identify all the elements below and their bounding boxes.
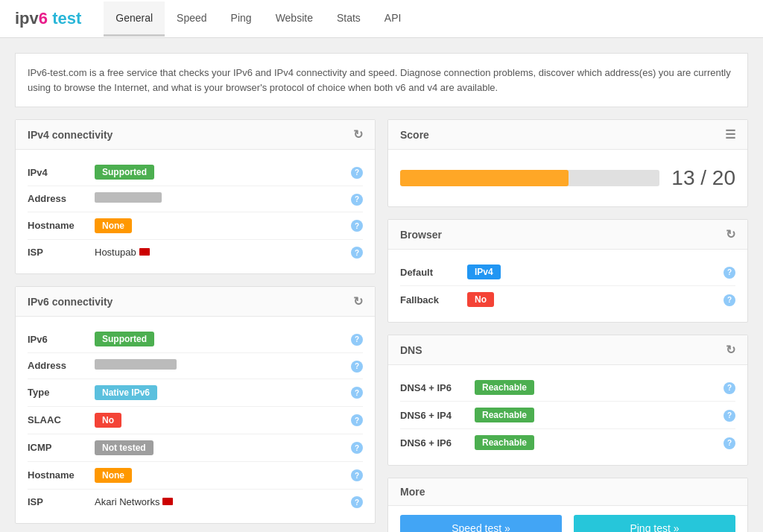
ipv6-refresh-icon[interactable]: ↻ <box>353 294 363 308</box>
ipv6-address-info-icon[interactable]: ? <box>351 361 363 373</box>
ipv4-hostname-info-icon[interactable]: ? <box>351 220 363 232</box>
browser-fallback-value: No <box>467 292 718 307</box>
dns6-ip4-badge: Reachable <box>475 408 534 422</box>
dns6-ip4-label: DNS6 + IP4 <box>400 410 475 421</box>
nav: General Speed Ping Website Stats API <box>104 1 413 37</box>
ipv4-address-info-icon[interactable]: ? <box>351 194 363 206</box>
nav-website[interactable]: Website <box>264 1 325 37</box>
ipv6-icmp-info-icon[interactable]: ? <box>351 442 363 454</box>
main-content: IPv6-test.com is a free service that che… <box>0 38 763 532</box>
score-card-body: 13 / 20 <box>388 150 747 206</box>
nav-stats[interactable]: Stats <box>325 1 373 37</box>
ipv4-hostname-value: None <box>95 218 345 233</box>
ipv6-type-label: Type <box>28 387 95 398</box>
dns4-ip6-row: DNS4 + IP6 Reachable ? <box>400 374 735 402</box>
ipv4-address-value <box>95 192 345 205</box>
ipv4-supported-badge: Supported <box>95 165 154 180</box>
ipv4-hostname-badge: None <box>95 218 132 233</box>
ipv4-card-header: IPv4 connectivity ↻ <box>16 120 375 150</box>
dns6-ip4-row: DNS6 + IP4 Reachable ? <box>400 402 735 429</box>
score-menu-icon[interactable]: ☰ <box>725 127 735 142</box>
ipv6-address-label: Address <box>28 360 95 371</box>
ipv6-card-body: IPv6 Supported ? Address ? Type <box>16 317 375 523</box>
dns4-ip6-label: DNS4 + IP6 <box>400 382 475 393</box>
ipv6-supported-badge: Supported <box>95 332 154 346</box>
ipv4-isp-value: Hostupab <box>95 247 345 258</box>
score-card: Score ☰ 13 / 20 <box>387 119 748 207</box>
browser-card: Browser ↻ Default IPv4 ? Fallback No <box>387 219 748 323</box>
ipv6-isp-info-icon[interactable]: ? <box>351 496 363 508</box>
logo: ipv6 test <box>15 0 81 37</box>
ipv6-type-info-icon[interactable]: ? <box>351 387 363 399</box>
score-value-text: 13 / 20 <box>671 166 735 190</box>
ipv6-slaac-info-icon[interactable]: ? <box>351 414 363 426</box>
ipv4-refresh-icon[interactable]: ↻ <box>353 127 363 142</box>
ipv6-isp-flag-icon <box>162 498 173 505</box>
ipv4-label: IPv4 <box>28 167 95 178</box>
speed-test-button[interactable]: Speed test » <box>400 515 562 532</box>
nav-api[interactable]: API <box>373 1 414 37</box>
dns6-ip6-info-icon[interactable]: ? <box>724 437 735 449</box>
ipv6-hostname-badge: None <box>95 468 132 483</box>
ipv6-address-value <box>95 359 345 372</box>
ipv6-row: IPv6 Supported ? <box>28 326 363 353</box>
ipv6-isp-row: ISP Akari Networks ? <box>28 490 363 515</box>
ipv6-slaac-badge: No <box>95 413 121 428</box>
ping-test-button[interactable]: Ping test » <box>574 515 735 532</box>
browser-default-info-icon[interactable]: ? <box>724 267 735 279</box>
right-column: Score ☰ 13 / 20 Browser ↻ <box>387 119 748 532</box>
ipv4-isp-row: ISP Hostupab ? <box>28 240 363 265</box>
dns4-ip6-info-icon[interactable]: ? <box>724 382 735 394</box>
ipv4-isp-flag-icon <box>139 248 150 256</box>
dns-card-header: DNS ↻ <box>388 335 747 365</box>
browser-default-badge: IPv4 <box>467 265 501 279</box>
ipv6-info-icon[interactable]: ? <box>351 334 363 346</box>
dns-card-body: DNS4 + IP6 Reachable ? DNS6 + IP4 Reacha… <box>388 365 747 465</box>
ipv6-hostname-info-icon[interactable]: ? <box>351 469 363 481</box>
ipv4-card: IPv4 connectivity ↻ IPv4 Supported ? Add… <box>15 119 376 274</box>
ipv4-isp-info-icon[interactable]: ? <box>351 247 363 259</box>
dns6-ip4-info-icon[interactable]: ? <box>724 410 735 422</box>
dns6-ip4-value: Reachable <box>475 408 718 422</box>
dns-card: DNS ↻ DNS4 + IP6 Reachable ? DNS6 + IP4 <box>387 335 748 466</box>
ipv4-card-body: IPv4 Supported ? Address ? Hostname <box>16 150 375 273</box>
more-card: More Speed test » Ping test » <box>387 478 748 532</box>
ipv6-label: IPv6 <box>28 334 95 345</box>
score-bar-fill <box>400 170 569 186</box>
ipv6-isp-value: Akari Networks <box>95 496 345 507</box>
nav-speed[interactable]: Speed <box>165 1 218 37</box>
dns4-ip6-value: Reachable <box>475 380 718 395</box>
ipv6-icmp-label: ICMP <box>28 442 95 453</box>
ipv4-address-blurred <box>95 192 162 203</box>
ipv6-type-badge: Native IPv6 <box>95 385 157 400</box>
ipv4-card-title: IPv4 connectivity <box>28 129 113 141</box>
ipv6-icmp-badge: Not tested <box>95 440 153 455</box>
columns-layout: IPv4 connectivity ↻ IPv4 Supported ? Add… <box>15 119 748 532</box>
header: ipv6 test General Speed Ping Website Sta… <box>0 0 763 38</box>
ipv6-address-blurred <box>95 359 177 370</box>
dns4-ip6-badge: Reachable <box>475 380 534 395</box>
ipv4-hostname-row: Hostname None ? <box>28 212 363 240</box>
ipv4-address-label: Address <box>28 193 95 204</box>
browser-fallback-label: Fallback <box>400 294 467 305</box>
browser-default-row: Default IPv4 ? <box>400 259 735 286</box>
browser-refresh-icon[interactable]: ↻ <box>726 227 735 241</box>
score-bar-container: 13 / 20 <box>400 159 735 197</box>
more-buttons: Speed test » Ping test » <box>388 506 747 532</box>
dns6-ip6-value: Reachable <box>475 435 718 450</box>
score-card-title: Score <box>400 129 429 141</box>
ipv6-card: IPv6 connectivity ↻ IPv6 Supported ? Add… <box>15 286 376 524</box>
ipv6-hostname-value: None <box>95 468 345 483</box>
ipv4-value: Supported <box>95 165 345 180</box>
ipv6-type-row: Type Native IPv6 ? <box>28 379 363 407</box>
browser-fallback-info-icon[interactable]: ? <box>724 294 735 306</box>
ipv6-value: Supported <box>95 332 345 346</box>
nav-general[interactable]: General <box>104 1 165 37</box>
nav-ping[interactable]: Ping <box>219 1 264 37</box>
ipv6-hostname-label: Hostname <box>28 469 95 481</box>
dns-refresh-icon[interactable]: ↻ <box>726 343 735 357</box>
ipv6-slaac-value: No <box>95 413 345 428</box>
logo-test-text: test <box>48 9 81 28</box>
browser-card-header: Browser ↻ <box>388 220 747 250</box>
ipv4-info-icon[interactable]: ? <box>351 167 363 179</box>
